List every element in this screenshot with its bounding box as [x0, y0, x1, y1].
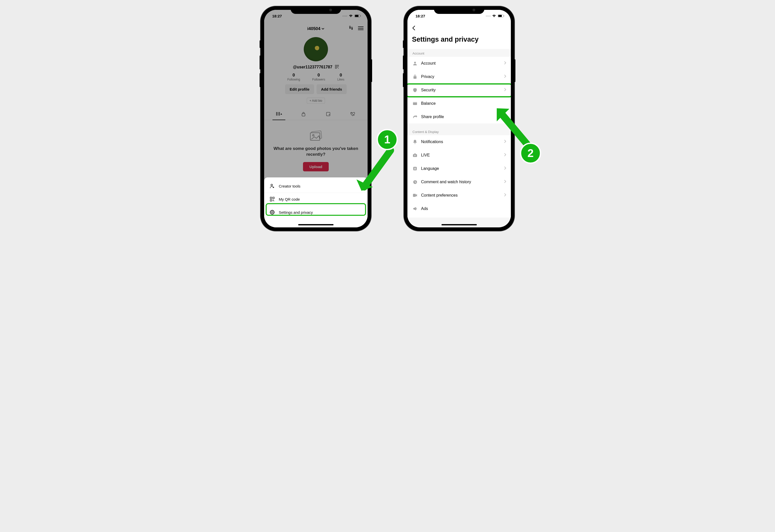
- language-icon: A: [413, 166, 418, 170]
- svg-rect-27: [413, 102, 417, 103]
- svg-rect-14: [270, 197, 272, 198]
- row-label: Privacy: [421, 74, 501, 79]
- svg-point-13: [271, 184, 272, 186]
- row-label: Language: [421, 166, 501, 171]
- home-indicator: [442, 224, 477, 225]
- bell-icon: [413, 139, 418, 144]
- wifi-icon: [492, 14, 496, 17]
- sheet-label: Settings and privacy: [279, 210, 313, 214]
- svg-rect-15: [273, 197, 274, 198]
- row-label: Content preferences: [421, 193, 501, 197]
- battery-icon: [498, 14, 504, 17]
- row-ads[interactable]: Ads: [408, 202, 511, 217]
- phone-2-wrap: 18:27 Settings and privacy Account Ac: [404, 6, 515, 231]
- row-language[interactable]: A Language: [408, 162, 511, 175]
- person-star-icon: [270, 183, 275, 188]
- phone-1-wrap: 18:27 i40504: [260, 6, 371, 231]
- svg-point-20: [271, 211, 273, 213]
- page-title: Settings and privacy: [412, 32, 506, 49]
- video-icon: [413, 193, 418, 197]
- row-account[interactable]: Account: [408, 57, 511, 70]
- wallet-icon: [413, 101, 418, 105]
- row-label: Security: [421, 88, 501, 92]
- svg-rect-32: [413, 194, 416, 197]
- svg-rect-25: [414, 76, 417, 79]
- cell-signal-icon: [486, 16, 491, 16]
- person-icon: [413, 61, 418, 66]
- chevron-right-icon: [504, 153, 506, 157]
- share-icon: [413, 115, 418, 119]
- row-label: Account: [421, 61, 501, 66]
- row-privacy[interactable]: Privacy: [408, 70, 511, 83]
- chevron-right-icon: [504, 193, 506, 197]
- svg-rect-23: [504, 15, 504, 16]
- svg-text:A: A: [414, 167, 416, 170]
- qr-code-icon: [270, 197, 275, 201]
- svg-point-24: [414, 62, 416, 64]
- sheet-settings-privacy[interactable]: Settings and privacy: [264, 205, 367, 219]
- notch: [291, 6, 341, 14]
- chevron-right-icon: [504, 74, 506, 79]
- svg-rect-18: [274, 201, 274, 201]
- row-live[interactable]: LIVE: [408, 148, 511, 162]
- back-button[interactable]: [412, 23, 506, 32]
- gear-icon: [270, 210, 275, 215]
- arrow-1: [349, 147, 400, 200]
- home-indicator: [298, 224, 333, 225]
- svg-rect-22: [498, 15, 502, 17]
- sheet-label: Creator tools: [279, 184, 300, 188]
- chevron-right-icon: [504, 61, 506, 66]
- row-label: Comment and watch history: [421, 180, 501, 184]
- megaphone-icon: [413, 207, 418, 211]
- row-history[interactable]: Comment and watch history: [408, 175, 511, 188]
- chevron-right-icon: [504, 166, 506, 171]
- notch: [434, 6, 484, 14]
- section-account-label: Account: [408, 49, 511, 57]
- svg-rect-33: [415, 207, 416, 210]
- clock-icon: [413, 180, 418, 184]
- svg-rect-16: [270, 200, 272, 201]
- chevron-right-icon: [504, 180, 506, 184]
- svg-rect-17: [273, 200, 273, 200]
- row-security[interactable]: Security: [408, 83, 511, 97]
- sheet-label: My QR code: [279, 197, 300, 201]
- row-content-prefs[interactable]: Content preferences: [408, 188, 511, 202]
- shield-icon: [413, 88, 418, 92]
- arrow-2: [484, 99, 535, 149]
- lock-icon: [413, 74, 418, 79]
- svg-rect-19: [273, 201, 273, 201]
- live-icon: [413, 153, 418, 157]
- row-label: Ads: [421, 206, 506, 211]
- clock: 18:27: [416, 14, 425, 18]
- step-badge-1: 1: [376, 129, 398, 150]
- chevron-right-icon: [504, 88, 506, 92]
- row-label: LIVE: [421, 153, 501, 157]
- step-badge-2: 2: [520, 143, 541, 164]
